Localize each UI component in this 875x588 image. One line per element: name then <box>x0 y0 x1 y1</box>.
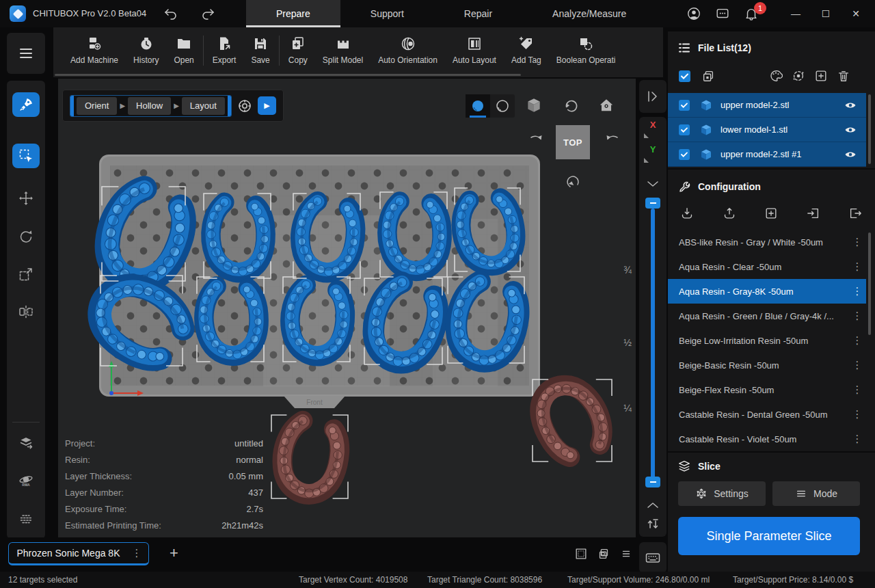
resin-row[interactable]: Aqua Resin - Clear -50um⋮ <box>668 254 866 279</box>
keyboard-shortcuts-button[interactable] <box>639 542 667 573</box>
visibility-eye-icon[interactable] <box>844 150 857 159</box>
chevron-down-icon[interactable] <box>645 176 661 192</box>
machine-tab[interactable]: Phrozen Sonic Mega 8K ⋮ <box>8 542 149 565</box>
file-list-scrollbar[interactable] <box>868 94 871 164</box>
upload-config-icon[interactable] <box>723 206 736 220</box>
chevron-up-icon[interactable] <box>645 497 661 513</box>
minimize-button[interactable]: — <box>781 0 811 27</box>
resin-row[interactable]: Aqua Resin - Green / Blue / Gray-4k /...… <box>668 304 866 328</box>
resin-menu-icon[interactable]: ⋮ <box>848 310 866 322</box>
collapse-panel-button[interactable] <box>639 80 667 113</box>
auto-layout-button[interactable]: Auto Layout <box>445 34 504 66</box>
slice-settings-button[interactable]: Settings <box>678 481 766 506</box>
palette-icon[interactable] <box>769 69 783 83</box>
tab-prepare[interactable]: Prepare <box>246 0 340 27</box>
maximize-button[interactable]: ☐ <box>811 0 841 27</box>
open-button[interactable]: Open <box>166 34 201 66</box>
resin-menu-icon[interactable]: ⋮ <box>848 408 866 420</box>
add-tag-button[interactable]: Add Tag <box>504 34 549 66</box>
scale-tool-button[interactable] <box>12 262 40 286</box>
machine-menu-icon[interactable]: ⋮ <box>128 547 146 559</box>
download-config-icon[interactable] <box>680 206 694 220</box>
render-mode-transparent[interactable] <box>490 94 515 118</box>
copy-button[interactable]: Copy <box>281 34 315 66</box>
add-file-icon[interactable] <box>814 69 828 83</box>
resin-row[interactable]: ABS-like Resin - Gray / White -50um⋮ <box>668 230 866 254</box>
resin-menu-icon[interactable]: ⋮ <box>848 433 866 445</box>
resin-row[interactable]: Beige-Basic Resin -50um⋮ <box>668 353 866 377</box>
swap-range-icon[interactable] <box>645 516 661 533</box>
undo-icon[interactable] <box>163 5 179 22</box>
export-layers-button[interactable] <box>12 429 40 454</box>
dither-button[interactable] <box>12 506 40 531</box>
export-button[interactable]: Export <box>205 34 244 66</box>
resin-menu-icon[interactable]: ⋮ <box>848 260 866 273</box>
axis-x-label[interactable]: X <box>639 120 667 130</box>
resin-row[interactable]: Beige-Flex Resin -50um⋮ <box>668 377 866 402</box>
file-checkbox[interactable] <box>679 100 690 111</box>
quick-mode-button[interactable] <box>12 92 40 117</box>
overlap-check-icon[interactable] <box>597 547 610 561</box>
toolbar-scrollbar[interactable] <box>55 74 521 76</box>
home-view-icon[interactable] <box>597 96 615 114</box>
list-options-icon[interactable] <box>619 547 633 561</box>
resin-row[interactable]: Castable Resin - Dental Green -50um⋮ <box>668 402 866 427</box>
rma-button[interactable]: RMA <box>12 468 40 493</box>
perspective-cube-icon[interactable] <box>525 96 543 114</box>
move-tool-button[interactable] <box>12 186 40 211</box>
workflow-step-hollow[interactable]: Hollow <box>128 97 171 115</box>
mirror-tool-button[interactable] <box>12 299 40 324</box>
main-menu-button[interactable] <box>7 33 45 74</box>
notification-bell[interactable]: 1 <box>744 6 759 21</box>
axis-y-label[interactable]: Y <box>639 144 667 155</box>
resin-menu-icon[interactable]: ⋮ <box>848 236 866 248</box>
tab-repair[interactable]: Repair <box>434 0 522 27</box>
delete-file-icon[interactable] <box>837 69 850 83</box>
workflow-run-button[interactable]: ▶ <box>258 96 276 115</box>
rotate-view-right-icon[interactable] <box>602 131 621 150</box>
resin-list-scrollbar[interactable] <box>868 232 871 335</box>
add-machine-tab-button[interactable]: + <box>170 544 178 562</box>
file-row[interactable]: upper model-2.stl <box>668 93 866 118</box>
import-config-icon[interactable] <box>807 206 820 220</box>
boolean-operation-button[interactable]: Boolean Operati <box>549 34 623 66</box>
close-button[interactable]: ✕ <box>841 0 871 27</box>
clip-slider-track[interactable] <box>651 209 655 482</box>
workflow-step-layout[interactable]: Layout <box>182 97 225 115</box>
resin-menu-icon[interactable]: ⋮ <box>848 384 866 396</box>
single-parameter-slice-button[interactable]: Single Parameter Slice <box>678 517 860 555</box>
save-button[interactable]: Save <box>243 34 277 66</box>
export-config-icon[interactable] <box>848 206 862 220</box>
select-all-checkbox[interactable] <box>679 70 690 82</box>
tab-analyze-measure[interactable]: Analyze/Measure <box>522 0 656 27</box>
resin-row-selected[interactable]: Aqua Resin - Gray-8K -50um⋮ <box>668 279 866 304</box>
visibility-eye-icon[interactable] <box>844 101 857 110</box>
visibility-eye-icon[interactable] <box>844 125 857 135</box>
resin-menu-icon[interactable]: ⋮ <box>848 285 866 297</box>
feedback-icon[interactable] <box>715 6 730 21</box>
resin-menu-icon[interactable]: ⋮ <box>848 359 866 371</box>
file-checkbox[interactable] <box>679 149 690 160</box>
3d-viewport[interactable]: Front <box>58 79 636 537</box>
texture-fill-icon[interactable] <box>574 547 588 561</box>
rotate-tool-button[interactable] <box>12 224 40 249</box>
auto-orientation-button[interactable]: Auto Orientation <box>371 34 445 66</box>
tab-support[interactable]: Support <box>340 0 434 27</box>
file-checkbox[interactable] <box>679 124 690 135</box>
resin-row[interactable]: Castable Resin - Violet -50um⋮ <box>668 427 866 451</box>
add-machine-button[interactable]: Add Machine <box>63 34 126 66</box>
group-models-icon[interactable] <box>701 69 715 83</box>
view-cube-top[interactable]: TOP <box>556 125 590 159</box>
add-config-icon[interactable] <box>764 206 778 220</box>
resin-menu-icon[interactable]: ⋮ <box>848 334 866 347</box>
redo-icon[interactable] <box>200 5 216 22</box>
rotate-view-left-icon[interactable] <box>527 131 546 150</box>
resin-row[interactable]: Beige Low-Irritation Resin -50um⋮ <box>668 328 866 353</box>
clip-slider-bottom-handle[interactable] <box>645 477 660 487</box>
render-mode-solid[interactable] <box>466 94 490 118</box>
file-row[interactable]: lower model-1.stl <box>668 118 866 142</box>
account-icon[interactable] <box>686 6 701 21</box>
split-model-button[interactable]: Split Model <box>315 34 371 66</box>
file-row[interactable]: upper model-2.stl #1 <box>668 142 866 167</box>
rotate-view-cw-icon[interactable] <box>564 173 583 192</box>
